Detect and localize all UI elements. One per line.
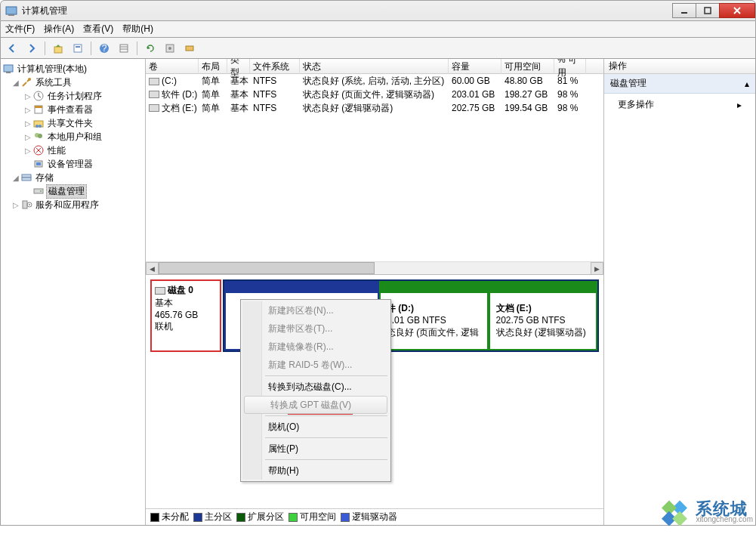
svg-point-32 bbox=[40, 190, 42, 192]
expand-icon[interactable]: ▷ bbox=[23, 119, 32, 128]
expand-icon[interactable]: ▷ bbox=[23, 106, 32, 114]
view-list-button[interactable] bbox=[116, 40, 132, 57]
ctx-to-dynamic[interactable]: 转换到动态磁盘(C)... bbox=[242, 378, 389, 396]
tree-services[interactable]: ▷ 服务和应用程序 bbox=[2, 198, 143, 211]
ctx-help[interactable]: 帮助(H) bbox=[242, 461, 389, 480]
col-fs[interactable]: 文件系统 bbox=[250, 59, 300, 74]
actions-more[interactable]: 更多操作 ▸ bbox=[604, 94, 755, 116]
ctx-offline[interactable]: 脱机(O) bbox=[242, 418, 389, 436]
tree-system-tools[interactable]: ◢ 系统工具 bbox=[2, 76, 143, 89]
help-button[interactable]: ? bbox=[96, 40, 113, 57]
svg-rect-2 bbox=[681, 12, 687, 14]
refresh-button[interactable] bbox=[142, 40, 159, 57]
expand-icon[interactable]: ▷ bbox=[23, 147, 32, 155]
close-button[interactable] bbox=[719, 3, 755, 18]
svg-rect-16 bbox=[6, 72, 11, 73]
legend-primary: 主分区 bbox=[193, 511, 232, 523]
horizontal-scrollbar[interactable]: ◀ ▶ bbox=[146, 261, 603, 274]
ctx-new-stripe[interactable]: 新建带区卷(T)... bbox=[242, 319, 389, 338]
collapse-icon[interactable]: ▴ bbox=[745, 79, 749, 89]
partition-d[interactable]: 件 (D:) 3.01 GB NTFS 态良好 (页面文件, 逻辑 bbox=[379, 281, 489, 350]
svg-point-22 bbox=[35, 125, 39, 128]
computer-icon bbox=[2, 63, 14, 75]
svg-rect-9 bbox=[120, 45, 128, 52]
action-button[interactable] bbox=[181, 40, 198, 57]
col-volume[interactable]: 卷 bbox=[146, 59, 199, 74]
actions-section[interactable]: 磁盘管理 ▴ bbox=[604, 74, 755, 94]
window-title: 计算机管理 bbox=[22, 5, 673, 17]
app-icon bbox=[5, 5, 17, 17]
disk-icon bbox=[155, 287, 165, 295]
col-status[interactable]: 状态 bbox=[300, 59, 449, 74]
svg-rect-3 bbox=[705, 8, 711, 14]
ctx-properties[interactable]: 属性(P) bbox=[242, 440, 389, 458]
performance-icon bbox=[32, 144, 45, 156]
svg-rect-0 bbox=[6, 7, 17, 14]
expand-icon[interactable]: ▷ bbox=[23, 133, 32, 141]
services-icon bbox=[20, 199, 32, 211]
volume-row[interactable]: 软件 (D:)简单基本NTFS状态良好 (页面文件, 逻辑驱动器)203.01 … bbox=[146, 88, 603, 101]
forward-button[interactable] bbox=[23, 40, 40, 57]
menu-file[interactable]: 文件(F) bbox=[5, 23, 35, 35]
back-button[interactable] bbox=[4, 40, 20, 57]
volume-row[interactable]: (C:)简单基本NTFS状态良好 (系统, 启动, 活动, 主分区)60.00 … bbox=[146, 74, 603, 88]
col-capacity[interactable]: 容量 bbox=[449, 59, 501, 74]
col-pct[interactable]: % 可用 bbox=[554, 59, 586, 74]
svg-rect-31 bbox=[34, 189, 43, 193]
col-layout[interactable]: 布局 bbox=[199, 59, 227, 74]
scroll-thumb[interactable] bbox=[159, 262, 375, 274]
menu-help[interactable]: 帮助(H) bbox=[122, 23, 153, 35]
svg-rect-6 bbox=[76, 46, 80, 48]
svg-rect-29 bbox=[22, 174, 31, 177]
tree-local-users[interactable]: ▷ 本地用户和组 bbox=[2, 130, 143, 144]
expand-icon[interactable]: ▷ bbox=[23, 92, 32, 100]
maximize-button[interactable] bbox=[696, 3, 720, 18]
col-free[interactable]: 可用空间 bbox=[501, 59, 554, 74]
svg-rect-1 bbox=[8, 14, 14, 16]
svg-rect-30 bbox=[22, 177, 31, 181]
tree-event-viewer[interactable]: ▷ 事件查看器 bbox=[2, 103, 143, 116]
up-button[interactable] bbox=[50, 40, 66, 57]
expand-icon[interactable]: ▷ bbox=[11, 201, 20, 209]
settings-button[interactable] bbox=[162, 40, 178, 57]
chevron-right-icon: ▸ bbox=[737, 100, 742, 110]
tree-disk-management[interactable]: 磁盘管理 bbox=[2, 184, 143, 198]
volume-list[interactable]: 卷 布局 类型 文件系统 状态 容量 可用空间 % 可用 (C:)简单基本NTF… bbox=[146, 59, 603, 261]
storage-icon bbox=[20, 171, 32, 184]
tree-device-manager[interactable]: 设备管理器 bbox=[2, 157, 143, 171]
folder-shared-icon bbox=[32, 117, 45, 129]
minimize-button[interactable] bbox=[672, 3, 696, 18]
volume-list-header: 卷 布局 类型 文件系统 状态 容量 可用空间 % 可用 bbox=[146, 59, 603, 74]
partition-e[interactable]: 文档 (E:) 202.75 GB NTFS 状态良好 (逻辑驱动器) bbox=[489, 281, 598, 350]
nav-tree: 计算机管理(本地) ◢ 系统工具 ▷ 任务计划程序 ▷ 事件查看器 ▷ 共享文件… bbox=[1, 59, 146, 525]
event-icon bbox=[32, 103, 45, 116]
disk-icon bbox=[32, 185, 45, 197]
scroll-right-icon[interactable]: ▶ bbox=[591, 262, 603, 275]
tree-root[interactable]: 计算机管理(本地) bbox=[2, 62, 143, 76]
svg-point-17 bbox=[28, 78, 31, 81]
menu-action[interactable]: 操作(A) bbox=[44, 23, 74, 35]
collapse-icon[interactable]: ◢ bbox=[11, 79, 20, 87]
volume-row[interactable]: 文档 (E:)简单基本NTFS状态良好 (逻辑驱动器)202.75 GB199.… bbox=[146, 101, 603, 115]
col-type[interactable]: 类型 bbox=[227, 59, 250, 74]
svg-point-35 bbox=[29, 204, 30, 205]
menubar: 文件(F) 操作(A) 查看(V) 帮助(H) bbox=[0, 21, 756, 38]
volume-list-pane: 卷 布局 类型 文件系统 状态 容量 可用空间 % 可用 (C:)简单基本NTF… bbox=[146, 59, 603, 275]
tree-performance[interactable]: ▷ 性能 bbox=[2, 144, 143, 157]
ctx-to-gpt[interactable]: 转换成 GPT 磁盘(V) bbox=[244, 396, 387, 414]
tree-shared-folders[interactable]: ▷ 共享文件夹 bbox=[2, 116, 143, 130]
svg-rect-15 bbox=[4, 65, 13, 72]
users-icon bbox=[32, 131, 45, 143]
disk-label-box[interactable]: 磁盘 0 基本 465.76 GB 联机 bbox=[150, 279, 221, 352]
ctx-new-mirror[interactable]: 新建镜像卷(R)... bbox=[242, 338, 389, 356]
tree-task-scheduler[interactable]: ▷ 任务计划程序 bbox=[2, 89, 143, 103]
properties-button[interactable] bbox=[69, 40, 86, 57]
collapse-icon[interactable]: ◢ bbox=[11, 174, 20, 182]
scroll-left-icon[interactable]: ◀ bbox=[146, 262, 159, 275]
ctx-new-raid5[interactable]: 新建 RAID-5 卷(W)... bbox=[242, 356, 389, 374]
ctx-new-span[interactable]: 新建跨区卷(N)... bbox=[242, 301, 389, 319]
tree-storage[interactable]: ◢ 存储 bbox=[2, 171, 143, 184]
svg-rect-4 bbox=[54, 47, 62, 53]
svg-rect-21 bbox=[34, 121, 43, 127]
menu-view[interactable]: 查看(V) bbox=[83, 23, 113, 35]
